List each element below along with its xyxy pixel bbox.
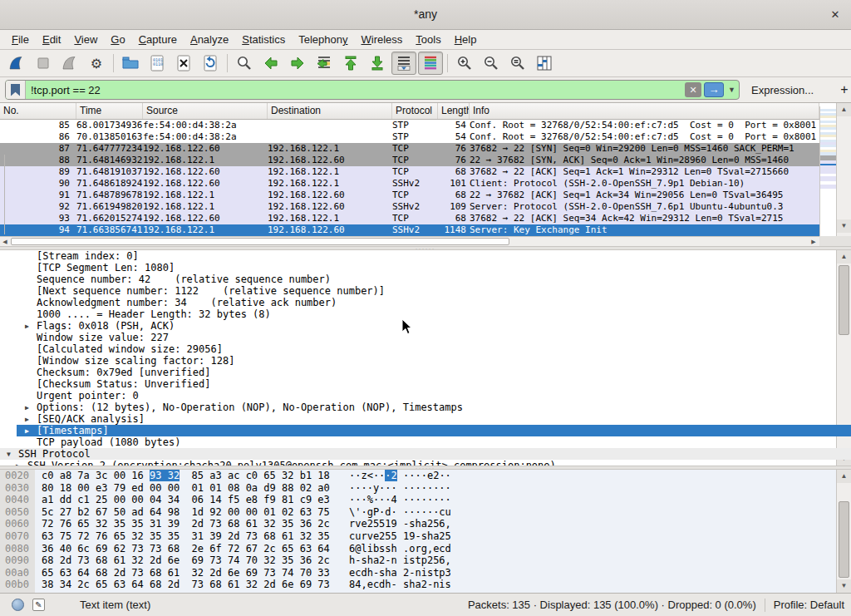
stop-capture-icon[interactable] bbox=[31, 52, 56, 75]
hex-row-00a0[interactable]: 00a065 63 64 68 2d 73 68 61 32 2d 6e 69 … bbox=[0, 567, 851, 579]
detail-line[interactable]: [Calculated window size: 29056] bbox=[0, 343, 851, 355]
expand-icon[interactable]: ▶ bbox=[25, 321, 29, 333]
detail-line[interactable]: TCP payload (1080 bytes) bbox=[0, 436, 851, 448]
detail-line[interactable]: [Window size scaling factor: 128] bbox=[0, 355, 851, 367]
column-header-time[interactable]: Time bbox=[76, 103, 143, 119]
scroll-down-icon[interactable]: ▼ bbox=[837, 219, 851, 233]
detail-line[interactable]: Checksum: 0x79ed [unverified] bbox=[0, 367, 851, 378]
display-filter-input[interactable] bbox=[26, 81, 685, 99]
scroll-up-icon[interactable]: ▲ bbox=[837, 103, 851, 116]
filter-clear-icon[interactable]: ✕ bbox=[685, 82, 701, 97]
hex-row-0050[interactable]: 00505c 27 b2 67 50 ad 64 98 1d 92 00 00 … bbox=[0, 506, 851, 519]
detail-line[interactable]: [TCP Segment Len: 1080] bbox=[0, 262, 851, 274]
expand-icon[interactable]: ▶ bbox=[25, 414, 29, 426]
detail-line[interactable]: ▶SSH Version 2 (encryption:chacha20-poly… bbox=[0, 460, 851, 466]
scroll-down-icon[interactable]: ▼ bbox=[837, 579, 851, 593]
detail-line[interactable]: [Checksum Status: Unverified] bbox=[0, 378, 851, 390]
hex-vscrollbar[interactable]: ▲ ▼ bbox=[836, 470, 851, 593]
packet-row-92[interactable]: 9271.661949820192.168.122.1192.168.122.6… bbox=[0, 201, 819, 213]
detail-line[interactable]: ▶Flags: 0x018 (PSH, ACK) bbox=[0, 320, 851, 332]
packet-list-vscrollbar[interactable]: ▲ ▼ bbox=[836, 103, 851, 246]
close-file-icon[interactable] bbox=[171, 52, 196, 75]
menu-telephony[interactable]: Telephony bbox=[292, 31, 354, 48]
detail-line[interactable]: ▶[SEQ/ACK analysis] bbox=[0, 413, 851, 425]
detail-line[interactable]: [Next sequence number: 1122 (relative se… bbox=[0, 285, 851, 297]
collapse-icon[interactable]: ▼ bbox=[7, 449, 11, 461]
go-first-icon[interactable] bbox=[338, 52, 363, 75]
zoom-original-icon[interactable] bbox=[505, 52, 530, 75]
column-header-source[interactable]: Source bbox=[143, 103, 268, 119]
menu-tools[interactable]: Tools bbox=[409, 31, 447, 48]
expand-icon[interactable]: ▶ bbox=[25, 426, 29, 437]
hex-row-0020[interactable]: 0020c0 a8 7a 3c 00 16 93 32 85 a3 ac c0 … bbox=[0, 470, 851, 482]
menu-analyze[interactable]: Analyze bbox=[184, 31, 235, 48]
filter-apply-icon[interactable]: → bbox=[704, 82, 724, 97]
packet-row-91[interactable]: 9171.648789678192.168.122.1192.168.122.6… bbox=[0, 190, 819, 201]
resize-columns-icon[interactable] bbox=[532, 52, 557, 75]
colorize-icon[interactable] bbox=[418, 52, 443, 75]
zoom-out-icon[interactable] bbox=[479, 52, 504, 75]
close-icon[interactable]: ✕ bbox=[826, 7, 844, 23]
add-filter-button[interactable]: + bbox=[834, 82, 851, 97]
menu-view[interactable]: View bbox=[67, 31, 104, 48]
expert-info-icon[interactable] bbox=[12, 599, 24, 611]
vscroll-thumb[interactable] bbox=[839, 501, 849, 578]
hex-row-0030[interactable]: 003080 18 00 e3 79 ed 00 00 01 01 08 0a … bbox=[0, 482, 851, 495]
reload-file-icon[interactable] bbox=[198, 52, 223, 75]
column-header-destination[interactable]: Destination bbox=[268, 103, 392, 119]
hex-row-0070[interactable]: 007063 75 72 76 65 32 35 35 31 39 2d 73 … bbox=[0, 530, 851, 543]
profile-text[interactable]: Profile: Default bbox=[774, 599, 844, 611]
menu-statistics[interactable]: Statistics bbox=[235, 31, 292, 48]
expression-button[interactable]: Expression... bbox=[751, 84, 814, 96]
find-packet-icon[interactable] bbox=[232, 52, 257, 75]
filter-bookmark-button[interactable] bbox=[6, 80, 26, 100]
go-back-icon[interactable] bbox=[258, 52, 283, 75]
intelligent-scrollbar-minimap[interactable] bbox=[819, 106, 836, 238]
packet-row-85[interactable]: 8568.001734936fe:54:00:d4:38:2aSTP54Conf… bbox=[0, 120, 819, 131]
open-file-icon[interactable] bbox=[118, 52, 143, 75]
go-last-icon[interactable] bbox=[365, 52, 390, 75]
hex-row-0040[interactable]: 0040a1 dd c1 25 00 00 04 34 06 14 f5 e8 … bbox=[0, 494, 851, 506]
hex-row-00b0[interactable]: 00b038 34 2c 65 63 64 68 2d 73 68 61 32 … bbox=[0, 579, 851, 591]
filter-dropdown-icon[interactable]: ▼ bbox=[726, 86, 739, 94]
auto-scroll-icon[interactable] bbox=[391, 52, 416, 75]
restart-capture-icon[interactable] bbox=[57, 52, 82, 75]
detail-line[interactable]: Acknowledgment number: 34 (relative ack … bbox=[0, 297, 851, 308]
menu-wireless[interactable]: Wireless bbox=[355, 31, 410, 48]
hex-row-0080[interactable]: 008036 40 6c 69 62 73 73 68 2e 6f 72 67 … bbox=[0, 543, 851, 555]
menu-edit[interactable]: Edit bbox=[36, 31, 67, 48]
expand-icon[interactable]: ▶ bbox=[25, 402, 29, 414]
column-header-no[interactable]: No. bbox=[0, 103, 76, 119]
detail-line[interactable]: 1000 .... = Header Length: 32 bytes (8) bbox=[0, 308, 851, 320]
detail-line[interactable]: Window size value: 227 bbox=[0, 332, 851, 343]
detail-line[interactable]: ▶[Timestamps] bbox=[0, 425, 851, 436]
hex-row-0090[interactable]: 009068 2d 73 68 61 32 2d 6e 69 73 74 70 … bbox=[0, 554, 851, 567]
menu-file[interactable]: File bbox=[5, 31, 36, 48]
column-header-protocol[interactable]: Protocol bbox=[392, 103, 438, 119]
packet-row-94[interactable]: 9471.663856741192.168.122.1192.168.122.6… bbox=[0, 224, 819, 236]
save-file-icon[interactable]: 01010110 bbox=[145, 52, 170, 75]
packet-row-90[interactable]: 9071.648618924192.168.122.60192.168.122.… bbox=[0, 178, 819, 190]
hex-row-0060[interactable]: 006072 76 65 32 35 35 31 39 2d 73 68 61 … bbox=[0, 518, 851, 530]
start-capture-icon[interactable] bbox=[4, 52, 29, 75]
detail-line[interactable]: [Stream index: 0] bbox=[0, 250, 851, 262]
detail-line[interactable]: ▶Options: (12 bytes), No-Operation (NOP)… bbox=[0, 402, 851, 413]
scroll-left-icon[interactable]: ◀ bbox=[0, 237, 10, 246]
zoom-in-icon[interactable] bbox=[452, 52, 477, 75]
packet-list-hscrollbar[interactable]: ◀ ▶ bbox=[0, 236, 819, 246]
menu-go[interactable]: Go bbox=[104, 31, 131, 48]
packet-row-89[interactable]: 8971.648191037192.168.122.60192.168.122.… bbox=[0, 166, 819, 178]
detail-line[interactable]: Urgent pointer: 0 bbox=[0, 390, 851, 402]
go-forward-icon[interactable] bbox=[285, 52, 310, 75]
packet-row-93[interactable]: 9371.662015274192.168.122.60192.168.122.… bbox=[0, 213, 819, 224]
menu-help[interactable]: Help bbox=[448, 31, 484, 48]
packet-row-87[interactable]: 8771.647777234192.168.122.60192.168.122.… bbox=[0, 143, 819, 155]
hscroll-thumb[interactable] bbox=[11, 238, 509, 245]
detail-line[interactable]: Sequence number: 42 (relative sequence n… bbox=[0, 274, 851, 285]
capture-comment-icon[interactable]: ✎ bbox=[32, 599, 45, 611]
capture-options-icon[interactable]: ⚙ bbox=[84, 52, 109, 75]
go-to-packet-icon[interactable] bbox=[312, 52, 337, 75]
column-header-length[interactable]: Length bbox=[438, 103, 470, 119]
detail-line[interactable]: ▼SSH Protocol bbox=[0, 448, 851, 460]
packet-row-88[interactable]: 8871.648146932192.168.122.1192.168.122.6… bbox=[0, 155, 819, 166]
